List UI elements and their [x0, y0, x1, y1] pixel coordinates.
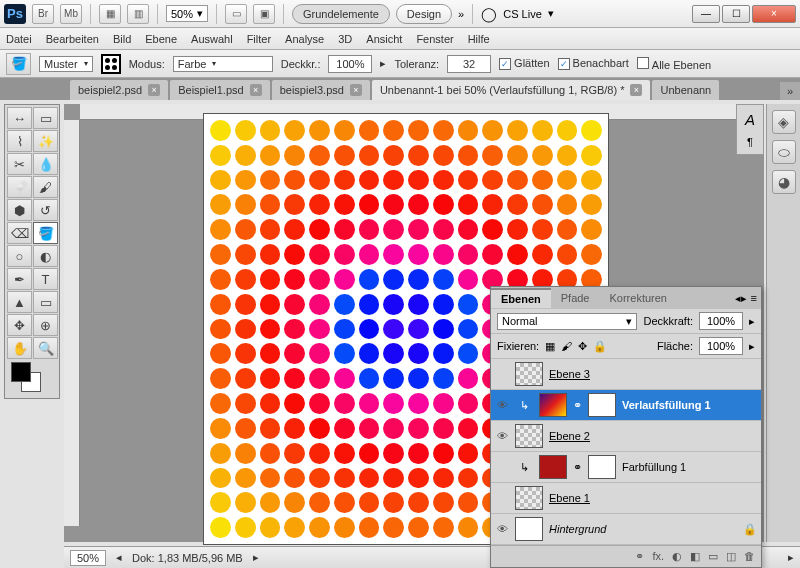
path-select-tool[interactable]: ▲	[7, 291, 32, 313]
layer-name[interactable]: Ebene 3	[549, 368, 757, 380]
view-extras-button[interactable]: ▦	[99, 4, 121, 24]
color-swatches[interactable]	[7, 360, 58, 396]
layer-mask-thumbnail[interactable]	[588, 393, 616, 417]
hand-tool[interactable]: ✋	[7, 337, 32, 359]
layer-opacity-input[interactable]: 100%	[699, 312, 743, 330]
opacity-input[interactable]: 100%	[328, 55, 372, 73]
layer-thumbnail[interactable]	[539, 393, 567, 417]
layer-row[interactable]: 👁Hintergrund🔒	[491, 514, 761, 545]
layers-panel-icon[interactable]: ◈	[772, 110, 796, 134]
layer-name[interactable]: Hintergrund	[549, 523, 737, 535]
panel-menu-icon[interactable]: ≡	[751, 292, 757, 305]
menu-3d[interactable]: 3D	[338, 33, 352, 45]
close-button[interactable]: ×	[752, 5, 796, 23]
3d-tool[interactable]: ✥	[7, 314, 32, 336]
paths-panel-icon[interactable]: ◕	[772, 170, 796, 194]
close-icon[interactable]: ×	[350, 84, 362, 96]
layer-group-icon[interactable]: ▭	[708, 550, 718, 563]
zoom-status[interactable]: 50%	[70, 550, 106, 566]
layer-thumbnail[interactable]	[539, 455, 567, 479]
doc-tab-0[interactable]: beispiel2.psd×	[70, 80, 168, 100]
paragraph-panel-icon[interactable]: ¶	[747, 136, 753, 148]
all-layers-checkbox[interactable]: Alle Ebenen	[637, 57, 711, 71]
layers-tab-pfade[interactable]: Pfade	[551, 289, 600, 307]
new-layer-icon[interactable]: ◫	[726, 550, 736, 563]
delete-layer-icon[interactable]: 🗑	[744, 550, 755, 563]
menu-fenster[interactable]: Fenster	[416, 33, 453, 45]
shape-tool[interactable]: ▭	[33, 291, 58, 313]
current-tool-icon[interactable]: 🪣	[6, 53, 31, 75]
menu-hilfe[interactable]: Hilfe	[468, 33, 490, 45]
menu-ebene[interactable]: Ebene	[145, 33, 177, 45]
menu-bild[interactable]: Bild	[113, 33, 131, 45]
type-tool[interactable]: T	[33, 268, 58, 290]
dodge-tool[interactable]: ◐	[33, 245, 58, 267]
zoom-select[interactable]: 50%▾	[166, 5, 208, 22]
doc-tab-2[interactable]: beispiel3.psd×	[272, 80, 370, 100]
minimize-button[interactable]: —	[692, 5, 720, 23]
tolerance-input[interactable]: 32	[447, 55, 491, 73]
layer-thumbnail[interactable]	[515, 517, 543, 541]
doc-tab-3[interactable]: Unbenannt-1 bei 50% (Verlaufsfüllung 1, …	[372, 80, 651, 100]
layer-row[interactable]: 👁Ebene 2	[491, 421, 761, 452]
layer-thumbnail[interactable]	[515, 362, 543, 386]
layer-fill-input[interactable]: 100%	[699, 337, 743, 355]
link-icon[interactable]: ⚭	[573, 399, 582, 412]
maximize-button[interactable]: ☐	[722, 5, 750, 23]
foreground-swatch[interactable]	[11, 362, 31, 382]
channels-panel-icon[interactable]: ⬭	[772, 140, 796, 164]
contiguous-checkbox[interactable]: ✓Benachbart	[558, 57, 629, 70]
layer-row[interactable]: Ebene 3	[491, 359, 761, 390]
workspace-design[interactable]: Design	[396, 4, 452, 24]
brush-tool[interactable]: 🖌	[33, 176, 58, 198]
menu-datei[interactable]: Datei	[6, 33, 32, 45]
healing-brush-tool[interactable]: 🩹	[7, 176, 32, 198]
layer-blend-select[interactable]: Normal▾	[497, 313, 637, 330]
3d-camera-tool[interactable]: ⊕	[33, 314, 58, 336]
layer-name[interactable]: Ebene 1	[549, 492, 757, 504]
arrange-button[interactable]: ▭	[225, 4, 247, 24]
layer-mask-thumbnail[interactable]	[588, 455, 616, 479]
ruler-vertical[interactable]	[64, 120, 80, 526]
lock-pixels-icon[interactable]: 🖌	[561, 340, 572, 352]
layer-row[interactable]: ↳⚭Farbfüllung 1	[491, 452, 761, 483]
close-icon[interactable]: ×	[630, 84, 642, 96]
doc-tab-1[interactable]: Beispiel1.psd×	[170, 80, 269, 100]
lasso-tool[interactable]: ⌇	[7, 130, 32, 152]
layer-row[interactable]: Ebene 1	[491, 483, 761, 514]
fill-mode-select[interactable]: Muster▾	[39, 56, 93, 72]
pen-tool[interactable]: ✒	[7, 268, 32, 290]
character-panel-icon[interactable]: A	[745, 111, 755, 128]
lock-position-icon[interactable]: ✥	[578, 340, 587, 353]
pattern-picker[interactable]	[101, 54, 121, 74]
tabs-overflow-button[interactable]: »	[780, 82, 800, 100]
close-icon[interactable]: ×	[250, 84, 262, 96]
doc-info[interactable]: Dok: 1,83 MB/5,96 MB	[132, 552, 243, 564]
clone-stamp-tool[interactable]: ⬢	[7, 199, 32, 221]
close-icon[interactable]: ×	[148, 84, 160, 96]
cslive-label[interactable]: CS Live	[503, 8, 542, 20]
layer-row[interactable]: 👁↳⚭Verlaufsfüllung 1	[491, 390, 761, 421]
scroll-left-icon[interactable]: ◂	[116, 551, 122, 564]
blur-tool[interactable]: ○	[7, 245, 32, 267]
layers-tab-korrekturen[interactable]: Korrekturen	[599, 289, 676, 307]
eraser-tool[interactable]: ⌫	[7, 222, 32, 244]
paint-bucket-tool[interactable]: 🪣	[33, 222, 58, 244]
menu-bearbeiten[interactable]: Bearbeiten	[46, 33, 99, 45]
adjustment-layer-icon[interactable]: ◧	[690, 550, 700, 563]
marquee-tool[interactable]: ▭	[33, 107, 58, 129]
menu-ansicht[interactable]: Ansicht	[366, 33, 402, 45]
lock-transparency-icon[interactable]: ▦	[545, 340, 555, 353]
menu-auswahl[interactable]: Auswahl	[191, 33, 233, 45]
workspace-more-icon[interactable]: »	[458, 8, 464, 20]
blend-mode-select[interactable]: Farbe▾	[173, 56, 273, 72]
collapse-icon[interactable]: ◂▸	[735, 292, 747, 305]
layer-thumbnail[interactable]	[515, 424, 543, 448]
crop-tool[interactable]: ✂	[7, 153, 32, 175]
layer-name[interactable]: Ebene 2	[549, 430, 757, 442]
visibility-icon[interactable]: 👁	[495, 523, 509, 535]
lock-all-icon[interactable]: 🔒	[593, 340, 607, 353]
layer-fx-icon[interactable]: fx.	[652, 550, 664, 563]
screen-mode-button[interactable]: ▣	[253, 4, 275, 24]
zoom-tool[interactable]: 🔍	[33, 337, 58, 359]
